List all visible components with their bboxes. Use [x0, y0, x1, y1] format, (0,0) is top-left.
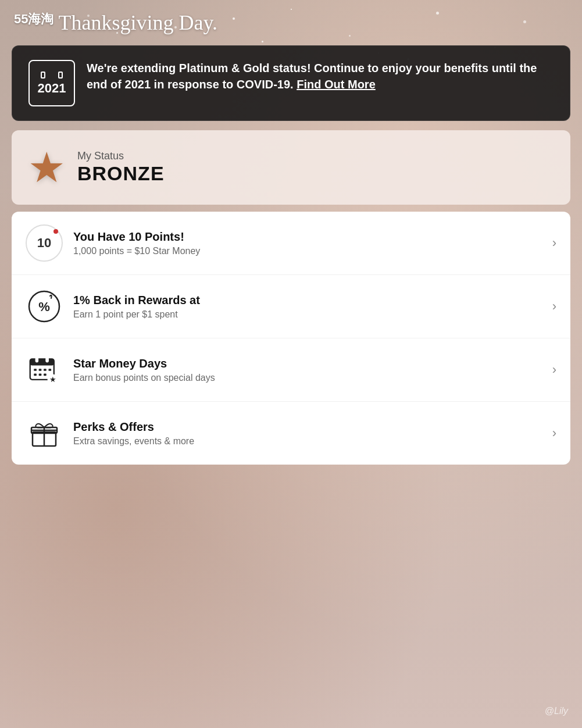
status-level: BRONZE	[77, 162, 165, 185]
rewards-section: 10 You Have 10 Points! 1,000 points = $1…	[12, 212, 570, 465]
star-money-icon-wrap: ★	[26, 351, 63, 388]
points-chevron: ›	[552, 235, 556, 251]
points-row[interactable]: 10 You Have 10 Points! 1,000 points = $1…	[12, 212, 570, 275]
calendar-year: 2021	[38, 80, 66, 97]
main-container: 55海淘 Thanksgiving Day. 2021 We're extend…	[0, 0, 582, 465]
svg-rect-12	[44, 374, 47, 376]
svg-rect-7	[39, 369, 42, 371]
banner-message: We're extending Platinum & Gold status! …	[87, 60, 554, 92]
calendar-hooks	[30, 69, 74, 80]
my-status-label: My Status	[77, 150, 165, 162]
svg-text:%: %	[38, 299, 50, 314]
cashback-content: 1% Back in Rewards at Earn 1 point per $…	[73, 294, 542, 320]
banner-text: We're extending Platinum & Gold status! …	[87, 60, 554, 92]
svg-rect-6	[34, 369, 37, 371]
announcement-banner: 2021 We're extending Platinum & Gold sta…	[12, 45, 570, 121]
points-subtitle: 1,000 points = $10 Star Money	[73, 246, 542, 256]
svg-rect-9	[48, 369, 51, 371]
svg-rect-3	[30, 359, 54, 365]
cashback-row[interactable]: % 1% Back in Rewards at Earn 1 point per…	[12, 275, 570, 338]
perks-chevron: ›	[552, 426, 556, 441]
perks-content: Perks & Offers Extra savings, events & m…	[73, 420, 542, 447]
points-icon-wrap: 10	[26, 224, 63, 262]
top-header: 55海淘 Thanksgiving Day.	[0, 0, 582, 41]
star-money-subtitle: Earn bonus points on special days	[73, 373, 542, 383]
star-money-chevron: ›	[552, 362, 556, 377]
bronze-star-icon: ★	[28, 147, 66, 188]
svg-rect-5	[46, 357, 49, 362]
status-text: My Status BRONZE	[77, 150, 165, 185]
watermark: @Lily	[545, 706, 568, 716]
points-notification-dot	[53, 229, 58, 234]
svg-rect-11	[39, 374, 42, 376]
calendar-icon: 2021	[28, 60, 75, 106]
star-money-content: Star Money Days Earn bonus points on spe…	[73, 357, 542, 383]
gift-icon	[28, 417, 60, 449]
star-money-title: Star Money Days	[73, 357, 542, 370]
percent-icon: %	[28, 290, 60, 323]
svg-rect-8	[44, 369, 47, 371]
perks-icon-wrap	[26, 415, 63, 452]
cashback-subtitle: Earn 1 point per $1 spent	[73, 309, 542, 320]
svg-text:★: ★	[49, 375, 56, 384]
perks-row[interactable]: Perks & Offers Extra savings, events & m…	[12, 402, 570, 465]
calendar-hook-right	[58, 72, 63, 78]
perks-subtitle: Extra savings, events & more	[73, 436, 542, 447]
calendar-hook-left	[41, 72, 45, 78]
calendar-star-icon: ★	[28, 354, 60, 386]
header-title: Thanksgiving Day.	[58, 10, 217, 35]
points-value: 10	[37, 235, 51, 251]
cashback-title: 1% Back in Rewards at	[73, 294, 542, 307]
points-content: You Have 10 Points! 1,000 points = $10 S…	[73, 230, 542, 256]
find-out-more-link[interactable]: Find Out More	[297, 78, 376, 91]
cashback-icon-wrap: %	[26, 288, 63, 325]
perks-title: Perks & Offers	[73, 420, 542, 434]
svg-rect-10	[34, 374, 37, 376]
points-title: You Have 10 Points!	[73, 230, 542, 244]
svg-rect-4	[35, 357, 38, 362]
points-circle: 10	[26, 224, 63, 262]
status-section: ★ My Status BRONZE	[12, 130, 570, 205]
star-money-row[interactable]: ★ Star Money Days Earn bonus points on s…	[12, 338, 570, 402]
app-logo: 55海淘	[14, 10, 53, 28]
cashback-chevron: ›	[552, 299, 556, 314]
